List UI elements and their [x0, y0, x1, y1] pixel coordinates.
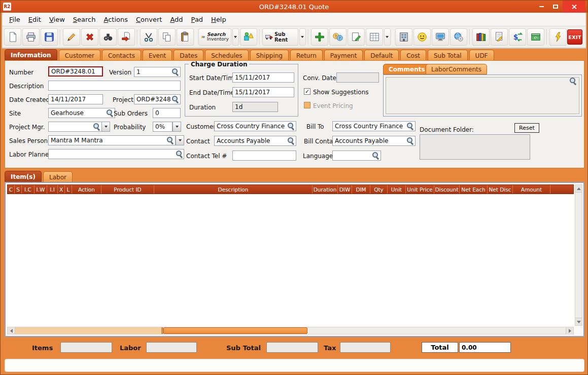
customer-search-icon[interactable]: [287, 122, 295, 130]
copy-button[interactable]: [158, 28, 176, 46]
tab-contacts[interactable]: Contacts: [102, 50, 141, 61]
tab-shipping[interactable]: Shipping: [250, 50, 289, 61]
labor-planner-search-icon[interactable]: [176, 150, 183, 158]
sub-orders-field[interactable]: 0: [153, 108, 181, 118]
customer-field[interactable]: Cross Country Finance: [214, 121, 296, 131]
column-header[interactable]: S: [15, 185, 22, 194]
edit-button[interactable]: [63, 28, 80, 46]
menu-add[interactable]: Add: [166, 13, 187, 26]
comments-textarea[interactable]: [386, 77, 579, 114]
site-field[interactable]: Gearhouse: [48, 108, 115, 118]
cut-button[interactable]: [140, 28, 157, 46]
column-header[interactable]: Unit: [388, 185, 406, 194]
column-header[interactable]: DIM: [352, 185, 370, 194]
version-search-icon[interactable]: [171, 68, 179, 76]
bill-to-search-icon[interactable]: [406, 122, 414, 130]
cash-button[interactable]: $: [527, 28, 544, 46]
show-suggestions-checkbox[interactable]: [304, 88, 310, 95]
menu-pad[interactable]: Pad: [187, 13, 207, 26]
tab-udf[interactable]: UDF: [469, 50, 494, 61]
power-button[interactable]: [549, 28, 567, 46]
search-inventory-caret[interactable]: [232, 28, 239, 46]
bill-to-field[interactable]: Cross Country Finance: [332, 121, 416, 131]
column-header[interactable]: Qty: [370, 185, 388, 194]
menu-edit[interactable]: Edit: [24, 13, 45, 26]
menu-actions[interactable]: Actions: [100, 13, 132, 26]
books-button[interactable]: [472, 28, 490, 46]
tab-event[interactable]: Event: [143, 50, 172, 61]
start-date-field[interactable]: 15/11/2017: [232, 72, 294, 83]
tab-schedules[interactable]: Schedules: [205, 50, 248, 61]
smiley-button[interactable]: [413, 28, 431, 46]
tax-field[interactable]: [340, 342, 391, 353]
globe-button[interactable]: [450, 28, 467, 46]
hscroll-track[interactable]: [307, 327, 566, 334]
exit-button[interactable]: EXIT: [567, 29, 582, 45]
scroll-up-button[interactable]: [575, 185, 582, 193]
sales-person-dropdown[interactable]: [176, 135, 184, 145]
add-button[interactable]: [311, 28, 328, 46]
language-search-icon[interactable]: [372, 152, 379, 159]
scroll-down-button[interactable]: [575, 318, 582, 325]
grid-caret[interactable]: [384, 28, 391, 46]
tab-sub-total[interactable]: Sub Total: [428, 50, 468, 61]
description-field[interactable]: [48, 81, 181, 91]
date-created-field[interactable]: 14/11/2017: [48, 94, 103, 104]
sales-person-search-icon[interactable]: [166, 136, 174, 144]
contact-field[interactable]: Accounts Payable: [214, 136, 296, 146]
print-button[interactable]: [22, 28, 40, 46]
sub-rent-button[interactable]: Sub Rent: [262, 28, 298, 46]
sub-rent-caret[interactable]: [299, 28, 306, 46]
tab-cost[interactable]: Cost: [400, 50, 426, 61]
minimize-button[interactable]: [534, 1, 548, 13]
document-folder-box[interactable]: [420, 134, 530, 160]
vertical-scrollbar[interactable]: [575, 184, 582, 326]
close-button[interactable]: [563, 1, 585, 13]
column-header[interactable]: Discount: [434, 185, 460, 194]
tab-payment[interactable]: Payment: [324, 50, 363, 61]
paste-button[interactable]: [177, 28, 194, 46]
tab-customer[interactable]: Customer: [59, 50, 100, 61]
column-header[interactable]: Net Disc: [488, 185, 513, 194]
fax-button[interactable]: [395, 28, 412, 46]
labor-planner-field[interactable]: [48, 149, 184, 159]
total-field[interactable]: 0.00: [459, 342, 511, 353]
search-inventory-button[interactable]: SearchInventory: [198, 28, 231, 46]
sign-document-button[interactable]: [491, 28, 508, 46]
menu-help[interactable]: Help: [207, 13, 230, 26]
project-search-icon[interactable]: [171, 95, 179, 103]
column-header[interactable]: I.C: [22, 185, 34, 194]
sales-person-field[interactable]: Mantra M Mantra: [48, 135, 176, 145]
horizontal-scrollbar[interactable]: [7, 327, 574, 334]
column-header[interactable]: X: [58, 185, 65, 194]
bill-contact-search-icon[interactable]: [406, 137, 414, 144]
menu-view[interactable]: View: [45, 13, 69, 26]
column-header[interactable]: Product ID: [101, 185, 154, 194]
contact-tel-field[interactable]: [232, 151, 296, 161]
tab-items[interactable]: Item(s): [5, 171, 42, 182]
monitor-button[interactable]: [432, 28, 449, 46]
tab-labor[interactable]: Labor: [43, 171, 73, 182]
column-header[interactable]: L: [65, 185, 72, 194]
probability-dropdown[interactable]: [172, 122, 181, 132]
project-mgr-search-icon[interactable]: [93, 123, 100, 130]
subtotal-field[interactable]: [266, 342, 318, 353]
comments-tab[interactable]: Comments: [383, 64, 431, 74]
tab-information[interactable]: Information: [5, 49, 57, 61]
column-header[interactable]: Action: [72, 185, 101, 194]
column-header[interactable]: Net Each: [460, 185, 488, 194]
people-button[interactable]: ??: [329, 28, 347, 46]
maximize-button[interactable]: [548, 1, 563, 13]
contact-search-icon[interactable]: [287, 137, 295, 144]
items-table-body[interactable]: [7, 194, 574, 326]
conv-date-field[interactable]: [336, 72, 379, 83]
menu-convert[interactable]: Convert: [132, 13, 166, 26]
site-search-icon[interactable]: [106, 109, 114, 117]
items-total-field[interactable]: [60, 342, 112, 353]
delete-button[interactable]: [81, 28, 98, 46]
grid-button[interactable]: [366, 28, 383, 46]
labor-total-field[interactable]: [146, 342, 197, 353]
column-header[interactable]: I.W: [34, 185, 47, 194]
column-header[interactable]: C: [8, 185, 15, 194]
duration-field[interactable]: 1d: [232, 102, 278, 112]
